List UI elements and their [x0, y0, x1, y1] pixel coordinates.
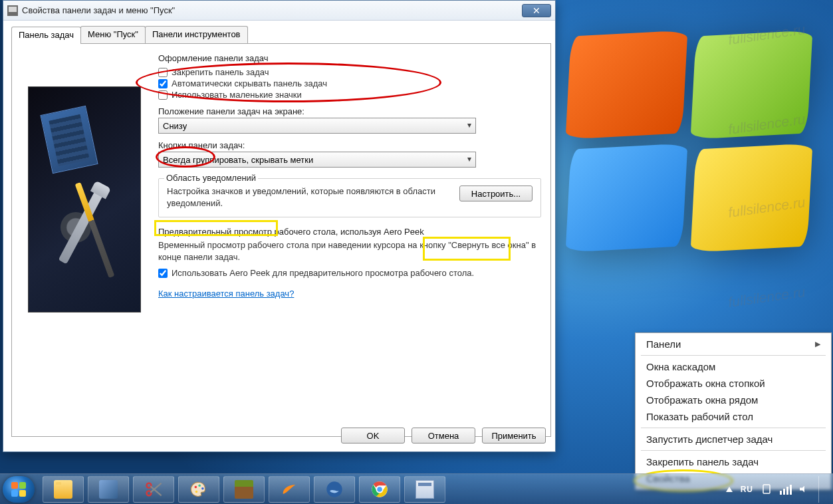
start-button[interactable] — [3, 476, 35, 503]
taskbar-chrome[interactable] — [359, 476, 400, 503]
menu-side-by-side[interactable]: Отображать окна рядом — [637, 392, 830, 408]
aero-peek-checkbox[interactable] — [158, 269, 168, 278]
aero-peek-section: Предварительный просмотр рабочего стола,… — [158, 227, 541, 278]
menu-separator — [641, 355, 826, 356]
tab-page-taskbar: Оформление панели задач Закрепить панель… — [11, 43, 551, 437]
taskbar-paint[interactable] — [178, 476, 219, 503]
menu-panels-label: Панели — [646, 338, 681, 350]
notification-area-group: Область уведомлений Настройка значков и … — [158, 178, 541, 217]
windows-logo — [568, 33, 821, 286]
menu-side-label: Отображать окна рядом — [646, 394, 758, 406]
lock-taskbar-checkbox[interactable] — [158, 68, 168, 77]
taskbar: RU — [0, 473, 833, 504]
aero-peek-description: Временный просмотр рабочего стола при на… — [158, 239, 541, 263]
apply-button[interactable]: Применить — [482, 428, 546, 443]
customize-button[interactable]: Настроить... — [459, 186, 533, 201]
tray-overflow-icon[interactable] — [726, 487, 733, 492]
svg-point-6 — [326, 481, 342, 497]
svg-point-5 — [195, 490, 198, 493]
tab-toolbars[interactable]: Панели инструментов — [145, 26, 248, 43]
properties-icon — [416, 480, 434, 499]
small-icons-label: Использовать маленькие значки — [172, 90, 302, 100]
taskbar-app-1[interactable] — [88, 476, 129, 503]
position-value: Снизу — [163, 121, 187, 131]
taskbar-context-menu: Панели ▶ Окна каскадом Отображать окна с… — [635, 332, 832, 490]
taskbar-thunderbird[interactable] — [314, 476, 355, 503]
menu-separator — [641, 450, 826, 451]
tab-taskbar[interactable]: Панель задач — [11, 27, 81, 44]
aero-peek-label: Использовать Aero Peek для предварительн… — [172, 268, 474, 278]
taskbar-buttons-dropdown[interactable]: Всегда группировать, скрывать метки — [158, 152, 476, 168]
appearance-heading: Оформление панели задач — [158, 53, 541, 63]
chrome-icon — [370, 480, 389, 499]
taskbar-buttons-value: Всегда группировать, скрывать метки — [163, 155, 313, 165]
autohide-label: Автоматически скрывать панель задач — [172, 78, 327, 88]
lock-taskbar-label: Закрепить панель задач — [172, 67, 269, 77]
taskbar-buttons-label: Кнопки панели задач: — [158, 140, 541, 150]
menu-show-desktop[interactable]: Показать рабочий стол — [637, 408, 830, 425]
menu-stack[interactable]: Отображать окна стопкой — [637, 375, 830, 392]
menu-lock-taskbar[interactable]: Закрепить панель задач — [637, 453, 830, 470]
position-dropdown[interactable]: Снизу — [158, 118, 476, 134]
menu-lock-label: Закрепить панель задач — [646, 456, 759, 467]
language-indicator[interactable]: RU — [741, 485, 753, 494]
action-center-icon[interactable] — [761, 484, 772, 495]
grass-block-icon — [235, 480, 253, 499]
notification-area-text: Настройка значков и уведомлений, которые… — [167, 186, 451, 209]
dialog-button-row: OK Отмена Применить — [341, 428, 546, 443]
cube-icon — [99, 480, 118, 499]
system-tray: RU — [726, 476, 833, 503]
titlebar: Свойства панели задач и меню "Пуск" ✕ — [3, 1, 555, 21]
cancel-button[interactable]: Отмена — [412, 428, 475, 443]
scissors-icon — [144, 480, 163, 499]
menu-cascade[interactable]: Окна каскадом — [637, 358, 830, 375]
submenu-arrow-icon: ▶ — [815, 340, 820, 348]
aero-peek-heading: Предварительный просмотр рабочего стола,… — [158, 227, 541, 237]
settings-column: Оформление панели задач Закрепить панель… — [158, 53, 541, 430]
taskbar-explorer[interactable] — [43, 476, 84, 503]
thunderbird-icon — [325, 480, 344, 499]
taskbar-app-2[interactable] — [269, 476, 310, 503]
ok-button[interactable]: OK — [341, 428, 405, 443]
taskbar-properties-window[interactable] — [404, 476, 445, 503]
tab-strip: Панель задач Меню "Пуск" Панели инструме… — [11, 26, 551, 43]
svg-point-3 — [198, 484, 201, 487]
notification-area-legend: Область уведомлений — [164, 173, 258, 183]
svg-rect-10 — [763, 485, 770, 493]
svg-point-4 — [201, 487, 204, 490]
menu-cascade-label: Окна каскадом — [646, 361, 715, 372]
taskbar-properties-dialog: Свойства панели задач и меню "Пуск" ✕ Па… — [3, 0, 556, 452]
window-icon — [7, 5, 18, 16]
menu-panels[interactable]: Панели ▶ — [637, 336, 830, 352]
position-label: Положение панели задач на экране: — [158, 106, 541, 116]
menu-separator — [641, 428, 826, 428]
menu-stack-label: Отображать окна стопкой — [646, 378, 765, 389]
autohide-checkbox[interactable] — [158, 79, 168, 88]
swoosh-icon — [280, 480, 298, 499]
taskbar-minecraft[interactable] — [223, 476, 265, 503]
palette-icon — [189, 480, 208, 499]
folder-icon — [54, 480, 72, 499]
menu-task-manager[interactable]: Запустить диспетчер задач — [637, 431, 830, 447]
taskbar-snipping-tool[interactable] — [133, 476, 174, 503]
properties-graphic-panel — [21, 53, 148, 430]
tab-start-menu[interactable]: Меню "Пуск" — [80, 26, 146, 43]
network-icon[interactable] — [780, 484, 792, 495]
close-button[interactable]: ✕ — [522, 4, 551, 17]
menu-showdesk-label: Показать рабочий стол — [646, 411, 753, 422]
show-desktop-button[interactable] — [818, 476, 826, 503]
menu-taskmgr-label: Запустить диспетчер задач — [646, 434, 773, 445]
svg-point-2 — [195, 485, 197, 488]
help-link[interactable]: Как настраивается панель задач? — [158, 289, 294, 299]
window-title: Свойства панели задач и меню "Пуск" — [22, 5, 518, 15]
watermark: fullsilence.ru — [727, 284, 806, 311]
volume-icon[interactable] — [800, 486, 806, 493]
windows-flag-icon — [11, 482, 26, 497]
properties-graphic — [28, 86, 141, 313]
small-icons-checkbox[interactable] — [158, 90, 168, 100]
